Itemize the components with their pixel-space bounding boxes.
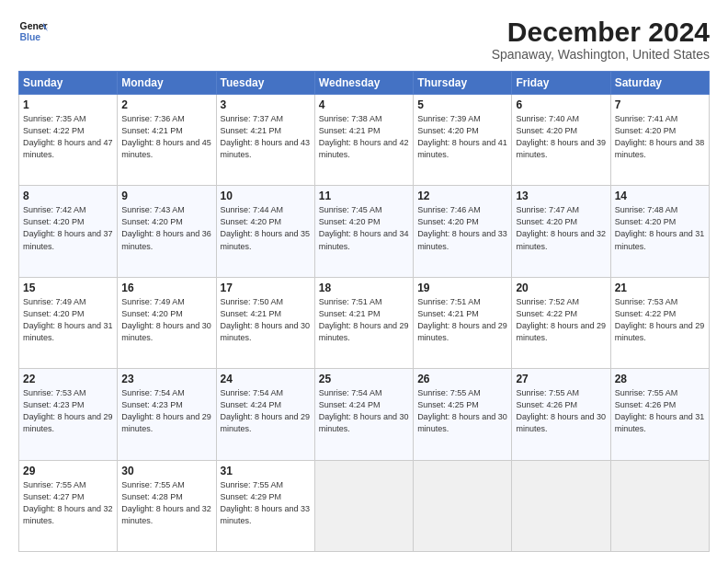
table-row: 2 Sunrise: 7:36 AMSunset: 4:21 PMDayligh… [118,95,216,186]
empty-cell [610,460,709,551]
calendar-week-row: 29 Sunrise: 7:55 AMSunset: 4:27 PMDaylig… [19,460,710,551]
table-row: 23 Sunrise: 7:54 AMSunset: 4:23 PMDaylig… [118,369,216,460]
logo-icon: General Blue [18,17,48,46]
table-row: 24 Sunrise: 7:54 AMSunset: 4:24 PMDaylig… [216,369,314,460]
col-thursday: Thursday [414,72,512,95]
title-block: December 2024 Spanaway, Washington, Unit… [492,17,710,62]
table-row: 10 Sunrise: 7:44 AMSunset: 4:20 PMDaylig… [216,186,314,277]
header: General Blue December 2024 Spanaway, Was… [18,17,710,62]
table-row: 26 Sunrise: 7:55 AMSunset: 4:25 PMDaylig… [414,369,512,460]
col-sunday: Sunday [19,72,118,95]
table-row: 6 Sunrise: 7:40 AMSunset: 4:20 PMDayligh… [512,95,610,186]
col-friday: Friday [512,72,610,95]
calendar-week-row: 22 Sunrise: 7:53 AMSunset: 4:23 PMDaylig… [19,369,710,460]
calendar-week-row: 1 Sunrise: 7:35 AMSunset: 4:22 PMDayligh… [19,95,710,186]
logo: General Blue [18,17,48,46]
calendar-week-row: 8 Sunrise: 7:42 AMSunset: 4:20 PMDayligh… [19,186,710,277]
table-row: 25 Sunrise: 7:54 AMSunset: 4:24 PMDaylig… [314,369,413,460]
empty-cell [314,460,413,551]
col-tuesday: Tuesday [216,72,314,95]
table-row: 8 Sunrise: 7:42 AMSunset: 4:20 PMDayligh… [19,186,118,277]
table-row: 21 Sunrise: 7:53 AMSunset: 4:22 PMDaylig… [610,277,709,368]
calendar-header-row: Sunday Monday Tuesday Wednesday Thursday… [19,72,710,95]
table-row: 15 Sunrise: 7:49 AMSunset: 4:20 PMDaylig… [19,277,118,368]
subtitle: Spanaway, Washington, United States [492,47,710,62]
table-row: 16 Sunrise: 7:49 AMSunset: 4:20 PMDaylig… [118,277,216,368]
main-title: December 2024 [492,17,710,47]
table-row: 13 Sunrise: 7:47 AMSunset: 4:20 PMDaylig… [512,186,610,277]
table-row: 3 Sunrise: 7:37 AMSunset: 4:21 PMDayligh… [216,95,314,186]
page: General Blue December 2024 Spanaway, Was… [0,0,728,563]
table-row: 22 Sunrise: 7:53 AMSunset: 4:23 PMDaylig… [19,369,118,460]
empty-cell [512,460,610,551]
svg-text:Blue: Blue [20,32,41,42]
table-row: 19 Sunrise: 7:51 AMSunset: 4:21 PMDaylig… [414,277,512,368]
table-row: 20 Sunrise: 7:52 AMSunset: 4:22 PMDaylig… [512,277,610,368]
table-row: 1 Sunrise: 7:35 AMSunset: 4:22 PMDayligh… [19,95,118,186]
table-row: 5 Sunrise: 7:39 AMSunset: 4:20 PMDayligh… [414,95,512,186]
table-row: 4 Sunrise: 7:38 AMSunset: 4:21 PMDayligh… [314,95,413,186]
table-row: 29 Sunrise: 7:55 AMSunset: 4:27 PMDaylig… [19,460,118,551]
table-row: 12 Sunrise: 7:46 AMSunset: 4:20 PMDaylig… [414,186,512,277]
table-row: 9 Sunrise: 7:43 AMSunset: 4:20 PMDayligh… [118,186,216,277]
calendar: Sunday Monday Tuesday Wednesday Thursday… [18,71,710,552]
table-row: 14 Sunrise: 7:48 AMSunset: 4:20 PMDaylig… [610,186,709,277]
table-row: 30 Sunrise: 7:55 AMSunset: 4:28 PMDaylig… [118,460,216,551]
col-wednesday: Wednesday [314,72,413,95]
table-row: 18 Sunrise: 7:51 AMSunset: 4:21 PMDaylig… [314,277,413,368]
col-monday: Monday [118,72,216,95]
empty-cell [414,460,512,551]
table-row: 31 Sunrise: 7:55 AMSunset: 4:29 PMDaylig… [216,460,314,551]
table-row: 7 Sunrise: 7:41 AMSunset: 4:20 PMDayligh… [610,95,709,186]
table-row: 27 Sunrise: 7:55 AMSunset: 4:26 PMDaylig… [512,369,610,460]
col-saturday: Saturday [610,72,709,95]
table-row: 17 Sunrise: 7:50 AMSunset: 4:21 PMDaylig… [216,277,314,368]
calendar-week-row: 15 Sunrise: 7:49 AMSunset: 4:20 PMDaylig… [19,277,710,368]
table-row: 28 Sunrise: 7:55 AMSunset: 4:26 PMDaylig… [610,369,709,460]
table-row: 11 Sunrise: 7:45 AMSunset: 4:20 PMDaylig… [314,186,413,277]
